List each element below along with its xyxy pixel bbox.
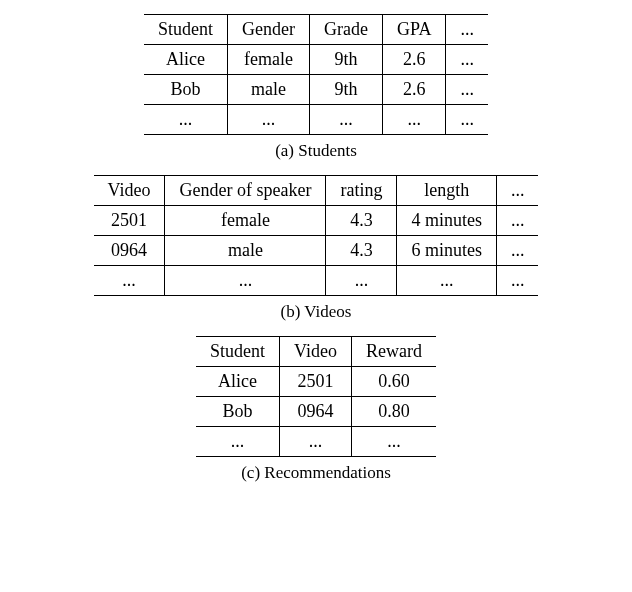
- col-header: Video: [94, 176, 165, 206]
- col-header: rating: [326, 176, 397, 206]
- cell: ...: [383, 105, 446, 135]
- cell: ...: [446, 45, 488, 75]
- cell: 4.3: [326, 206, 397, 236]
- col-header: Video: [280, 337, 352, 367]
- cell: 2501: [280, 367, 352, 397]
- cell: 4.3: [326, 236, 397, 266]
- cell: female: [228, 45, 310, 75]
- cell: 2501: [94, 206, 165, 236]
- col-header: Gender of speaker: [165, 176, 326, 206]
- cell: ...: [496, 206, 538, 236]
- table-header-row: Video Gender of speaker rating length ..…: [94, 176, 539, 206]
- cell: ...: [94, 266, 165, 296]
- cell: female: [165, 206, 326, 236]
- table-row: Bob male 9th 2.6 ...: [144, 75, 488, 105]
- cell: Alice: [144, 45, 228, 75]
- videos-caption: (b) Videos: [281, 302, 352, 322]
- cell: ...: [397, 266, 497, 296]
- col-header: GPA: [383, 15, 446, 45]
- recommendations-table-block: Student Video Reward Alice 2501 0.60 Bob…: [0, 336, 632, 483]
- students-caption: (a) Students: [275, 141, 357, 161]
- table-row: Alice female 9th 2.6 ...: [144, 45, 488, 75]
- cell: 9th: [310, 45, 383, 75]
- cell: ...: [196, 427, 280, 457]
- cell: 0.60: [351, 367, 435, 397]
- cell: ...: [165, 266, 326, 296]
- table-row: 2501 female 4.3 4 minutes ...: [94, 206, 539, 236]
- cell: ...: [326, 266, 397, 296]
- table-row: Alice 2501 0.60: [196, 367, 436, 397]
- videos-table: Video Gender of speaker rating length ..…: [94, 175, 539, 296]
- table-row: 0964 male 4.3 6 minutes ...: [94, 236, 539, 266]
- videos-table-block: Video Gender of speaker rating length ..…: [0, 175, 632, 322]
- cell: 6 minutes: [397, 236, 497, 266]
- table-header-row: Student Video Reward: [196, 337, 436, 367]
- cell: ...: [228, 105, 310, 135]
- table-row: ... ... ...: [196, 427, 436, 457]
- cell: 2.6: [383, 45, 446, 75]
- cell: ...: [310, 105, 383, 135]
- col-header: length: [397, 176, 497, 206]
- cell: ...: [351, 427, 435, 457]
- cell: male: [165, 236, 326, 266]
- col-header: ...: [496, 176, 538, 206]
- col-header: Gender: [228, 15, 310, 45]
- cell: ...: [144, 105, 228, 135]
- table-row: ... ... ... ... ...: [144, 105, 488, 135]
- col-header: Reward: [351, 337, 435, 367]
- table-row: Bob 0964 0.80: [196, 397, 436, 427]
- cell: Alice: [196, 367, 280, 397]
- cell: 0.80: [351, 397, 435, 427]
- cell: ...: [280, 427, 352, 457]
- cell: male: [228, 75, 310, 105]
- recommendations-caption: (c) Recommendations: [241, 463, 391, 483]
- col-header: Student: [144, 15, 228, 45]
- cell: ...: [496, 236, 538, 266]
- col-header: Student: [196, 337, 280, 367]
- cell: 9th: [310, 75, 383, 105]
- students-table: Student Gender Grade GPA ... Alice femal…: [144, 14, 488, 135]
- col-header: Grade: [310, 15, 383, 45]
- cell: 0964: [94, 236, 165, 266]
- recommendations-table: Student Video Reward Alice 2501 0.60 Bob…: [196, 336, 436, 457]
- table-header-row: Student Gender Grade GPA ...: [144, 15, 488, 45]
- cell: Bob: [144, 75, 228, 105]
- col-header: ...: [446, 15, 488, 45]
- cell: 2.6: [383, 75, 446, 105]
- cell: 0964: [280, 397, 352, 427]
- students-table-block: Student Gender Grade GPA ... Alice femal…: [0, 14, 632, 161]
- cell: ...: [496, 266, 538, 296]
- cell: ...: [446, 105, 488, 135]
- table-row: ... ... ... ... ...: [94, 266, 539, 296]
- cell: ...: [446, 75, 488, 105]
- cell: Bob: [196, 397, 280, 427]
- cell: 4 minutes: [397, 206, 497, 236]
